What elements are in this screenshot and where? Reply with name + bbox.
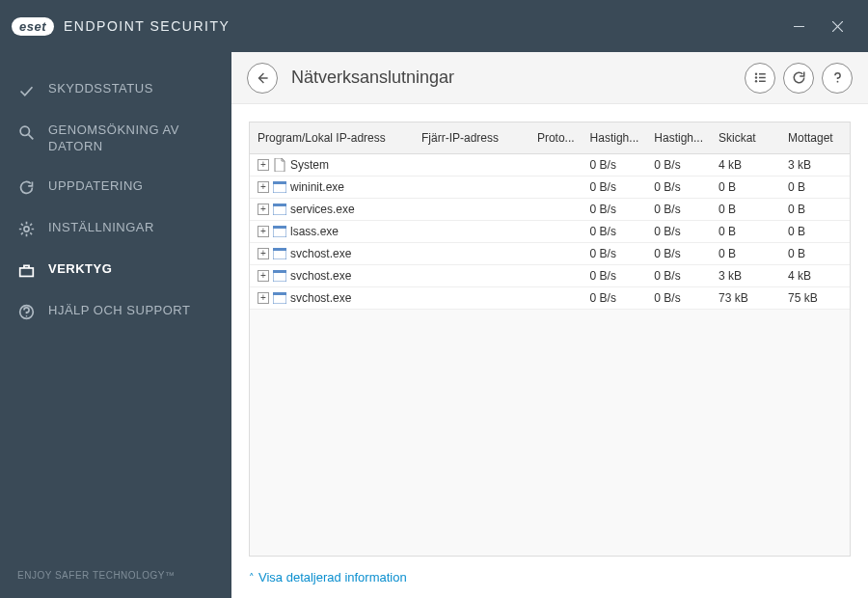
main-content: Program/Lokal IP-adress Fjärr-IP-adress … — [231, 104, 868, 598]
program-name: svchost.exe — [290, 269, 351, 283]
sent: 0 B — [711, 199, 780, 221]
sidebar-tagline: ENJOY SAFER TECHNOLOGY™ — [0, 553, 231, 598]
check-icon — [17, 82, 35, 99]
close-icon — [832, 21, 843, 32]
svg-rect-19 — [273, 204, 286, 206]
table-row[interactable]: +services.exe0 B/s0 B/s0 B0 B — [250, 199, 850, 221]
received: 0 B — [780, 177, 850, 199]
col-header-remote[interactable]: Fjärr-IP-adress — [414, 122, 529, 154]
speed-in: 0 B/s — [583, 199, 647, 221]
chevron-up-icon: ˄ — [249, 572, 255, 584]
remote-ip — [414, 221, 529, 243]
received: 3 kB — [780, 154, 850, 177]
expand-toggle[interactable]: + — [258, 292, 269, 304]
svg-rect-27 — [273, 292, 286, 295]
sent: 3 kB — [711, 265, 780, 287]
svg-point-5 — [23, 227, 28, 231]
expand-toggle[interactable]: + — [258, 248, 269, 259]
application-icon — [273, 269, 286, 283]
svg-point-15 — [836, 81, 838, 83]
sidebar-item-protection-status[interactable]: SKYDDSSTATUS — [0, 69, 231, 111]
titlebar: eset ENDPOINT SECURITY — [0, 0, 868, 52]
sent: 0 B — [711, 177, 780, 199]
application-icon — [273, 291, 286, 305]
app-title: ENDPOINT SECURITY — [64, 18, 230, 34]
table-row[interactable]: +svchost.exe0 B/s0 B/s3 kB4 kB — [250, 265, 850, 287]
remote-ip — [414, 243, 529, 265]
application-icon — [273, 180, 286, 194]
program-name: svchost.exe — [290, 291, 351, 305]
col-header-speed-out[interactable]: Hastigh... — [646, 122, 711, 154]
received: 0 B — [780, 221, 850, 243]
svg-rect-6 — [19, 268, 33, 277]
svg-point-9 — [754, 73, 756, 75]
received: 0 B — [780, 199, 850, 221]
close-button[interactable] — [818, 11, 856, 41]
speed-out: 0 B/s — [646, 265, 711, 287]
speed-out: 0 B/s — [646, 287, 711, 310]
remote-ip — [414, 177, 529, 199]
expand-toggle[interactable]: + — [258, 226, 269, 237]
table-row[interactable]: +System0 B/s0 B/s4 kB3 kB — [250, 154, 850, 177]
col-header-protocol[interactable]: Proto... — [529, 122, 583, 154]
table-row[interactable]: +svchost.exe0 B/s0 B/s0 B0 B — [250, 243, 850, 265]
sidebar-item-label: SKYDDSSTATUS — [48, 81, 153, 97]
remote-ip — [414, 265, 529, 287]
remote-ip — [414, 199, 529, 221]
protocol — [529, 177, 583, 199]
speed-in: 0 B/s — [583, 243, 647, 265]
svg-point-10 — [754, 76, 756, 78]
refresh-button[interactable] — [783, 63, 814, 94]
sidebar-item-label: HJÄLP OCH SUPPORT — [48, 303, 190, 319]
help-button[interactable] — [822, 63, 853, 94]
sidebar-item-label: UPPDATERING — [48, 178, 143, 195]
view-list-button[interactable] — [745, 63, 775, 94]
app-body: SKYDDSSTATUS GENOMSÖKNING AV DATORN UPPD… — [0, 52, 868, 598]
table-row[interactable]: +wininit.exe0 B/s0 B/s0 B0 B — [250, 177, 850, 199]
expand-toggle[interactable]: + — [258, 204, 269, 215]
table-row[interactable]: +lsass.exe0 B/s0 B/s0 B0 B — [250, 221, 850, 243]
application-icon — [273, 203, 286, 216]
col-header-program[interactable]: Program/Lokal IP-adress — [250, 122, 414, 154]
col-header-received[interactable]: Mottaget — [780, 122, 850, 154]
protocol — [529, 287, 583, 310]
speed-in: 0 B/s — [583, 177, 647, 199]
application-icon — [273, 225, 286, 238]
expand-toggle[interactable]: + — [258, 270, 269, 282]
arrow-left-icon — [256, 71, 269, 85]
speed-out: 0 B/s — [646, 243, 711, 265]
help-icon — [17, 304, 35, 321]
back-button[interactable] — [247, 63, 278, 94]
table-row[interactable]: +svchost.exe0 B/s0 B/s73 kB75 kB — [250, 287, 850, 310]
brand-logo: eset — [12, 17, 54, 36]
speed-out: 0 B/s — [646, 154, 711, 177]
protocol — [529, 221, 583, 243]
sent: 0 B — [711, 221, 780, 243]
sidebar-item-help[interactable]: HJÄLP OCH SUPPORT — [0, 291, 231, 333]
program-name: services.exe — [290, 203, 355, 216]
detail-toggle-label: Visa detaljerad information — [258, 570, 407, 584]
connections-table: Program/Lokal IP-adress Fjärr-IP-adress … — [250, 122, 850, 310]
page-title: Nätverksanslutningar — [291, 68, 454, 88]
gear-icon — [17, 221, 35, 238]
sidebar-item-settings[interactable]: INSTÄLLNINGAR — [0, 208, 231, 250]
expand-toggle[interactable]: + — [258, 159, 269, 171]
sidebar-item-computer-scan[interactable]: GENOMSÖKNING AV DATORN — [0, 111, 231, 167]
svg-rect-25 — [273, 270, 286, 273]
minimize-button[interactable] — [779, 11, 818, 41]
sidebar-item-tools[interactable]: VERKTYG — [0, 250, 231, 291]
toolbox-icon — [17, 262, 35, 280]
app-window: eset ENDPOINT SECURITY SKYDDSSTATUS GENO… — [0, 0, 868, 598]
col-header-speed-in[interactable]: Hastigh... — [583, 122, 647, 154]
refresh-icon — [792, 70, 806, 85]
speed-out: 0 B/s — [646, 221, 711, 243]
list-icon — [753, 70, 768, 85]
speed-in: 0 B/s — [583, 154, 647, 177]
question-icon — [830, 70, 845, 85]
sidebar-item-update[interactable]: UPPDATERING — [0, 167, 231, 208]
col-header-sent[interactable]: Skickat — [711, 122, 780, 154]
protocol — [529, 265, 583, 287]
expand-toggle[interactable]: + — [258, 181, 269, 193]
detail-toggle-link[interactable]: ˄Visa detaljerad information — [249, 570, 407, 584]
connections-table-wrap: Program/Lokal IP-adress Fjärr-IP-adress … — [249, 122, 851, 557]
